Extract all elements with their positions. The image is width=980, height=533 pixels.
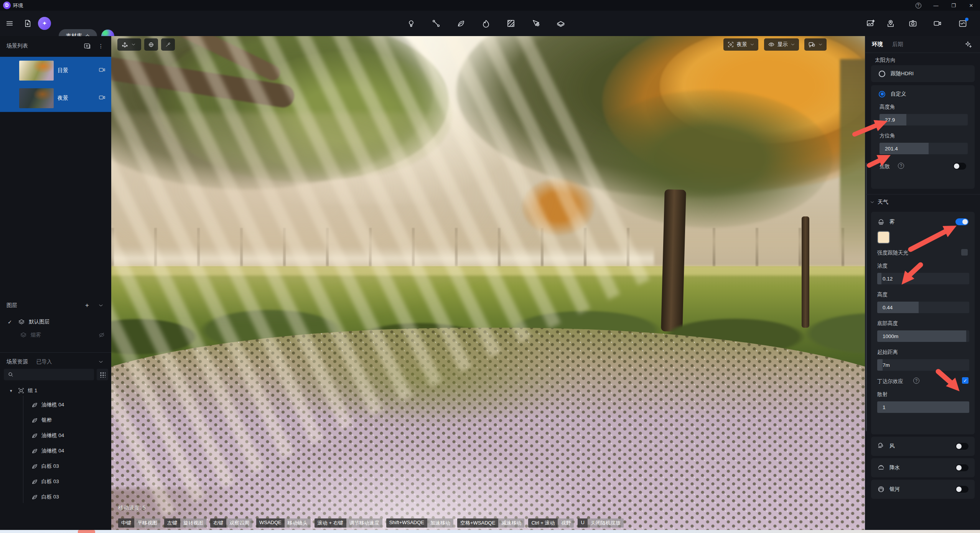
display-options-button[interactable]: 显示	[764, 38, 799, 51]
tab-post[interactable]: 后期	[892, 41, 903, 48]
scene-item-night[interactable]: 夜景	[0, 84, 111, 112]
ai-sparkle-icon[interactable]	[965, 41, 972, 48]
tree-item[interactable]: 白栎 03	[0, 489, 111, 505]
geo-location-icon[interactable]	[886, 18, 896, 28]
azimuth-slider[interactable]: 201.4	[880, 143, 968, 154]
radio-unselected-icon[interactable]	[879, 71, 885, 77]
pick-place-icon[interactable]	[531, 18, 541, 28]
custom-option[interactable]: 自定义	[871, 85, 975, 97]
search-input[interactable]	[4, 369, 94, 380]
resources-collapse-icon[interactable]	[97, 358, 105, 366]
scene-list-menu-icon[interactable]: ⋮	[97, 42, 105, 50]
tree-item[interactable]: 银桦	[0, 413, 111, 428]
density-slider[interactable]: 0.12	[877, 273, 969, 284]
shortcut-chip: Shift+WSADQE加速移动	[386, 518, 453, 528]
tree-item-label: 油橄榄 04	[41, 432, 64, 439]
tree-item[interactable]: 白栎 03	[0, 474, 111, 489]
radio-selected-icon[interactable]	[879, 91, 885, 97]
brush-button[interactable]	[161, 38, 175, 51]
window-title: 环境	[13, 2, 23, 9]
tab-environment[interactable]: 环境	[872, 41, 883, 48]
tree-item-label: 油橄榄 04	[41, 401, 64, 408]
tree-item[interactable]: 油橄榄 04	[0, 443, 111, 459]
start-distance-slider[interactable]: 7m	[877, 359, 969, 371]
add-scene-icon[interactable]	[83, 42, 91, 50]
asset-stack-icon[interactable]	[556, 18, 566, 28]
video-record-icon[interactable]	[932, 18, 942, 28]
imported-label[interactable]: 已导入	[36, 358, 52, 365]
fog-card: 雾 强度跟随天光 浓度 0.12 高度 0.44 底部高度 1000m	[871, 212, 975, 434]
scene-thumbnail-day	[19, 61, 54, 81]
resources-title: 场景资源	[7, 358, 28, 365]
light-tool-icon[interactable]	[406, 18, 416, 28]
ai-assistant-icon[interactable]: ✦	[38, 17, 51, 30]
density-label: 浓度	[877, 262, 975, 269]
gizmo-mode-button[interactable]	[117, 38, 141, 51]
scene-camera-selector[interactable]: 夜景	[723, 38, 758, 51]
vegetation-tool-icon[interactable]	[456, 18, 466, 28]
bottom-height-slider[interactable]: 1000m	[877, 330, 969, 342]
scene-camera-icon[interactable]	[98, 66, 106, 75]
scene-list-header: 场景列表 ⋮	[0, 39, 111, 53]
import-model-icon[interactable]	[23, 18, 33, 28]
maximize-button[interactable]: ❐	[945, 0, 962, 11]
help-button[interactable]: ?	[909, 0, 927, 11]
panel-scrollbar[interactable]	[866, 163, 867, 431]
help-icon[interactable]: ?	[913, 378, 919, 384]
main-toolbar: ✦ 素材库 ✧	[0, 11, 980, 36]
wind-toggle[interactable]	[955, 443, 968, 450]
screenshot-icon[interactable]	[908, 18, 918, 28]
tree-item[interactable]: 油橄榄 04	[0, 397, 111, 413]
galaxy-toggle[interactable]	[955, 486, 968, 493]
fire-tool-icon[interactable]	[481, 18, 491, 28]
scene-list-title: 场景列表	[7, 43, 28, 50]
scatter-slider[interactable]: 1	[877, 401, 969, 413]
fog-toggle[interactable]	[955, 218, 968, 225]
scene-item-day[interactable]: 日景	[0, 57, 111, 84]
leaf-icon	[31, 479, 38, 485]
intensity-follow-checkbox[interactable]	[961, 249, 968, 256]
fog-color-swatch[interactable]	[877, 231, 890, 244]
rain-icon	[877, 464, 885, 472]
start-distance-value: 7m	[883, 362, 890, 368]
tyndall-checkbox[interactable]: ✓	[962, 377, 968, 384]
fog-label: 雾	[889, 218, 895, 225]
material-tool-icon[interactable]	[506, 18, 516, 28]
path-tool-icon[interactable]	[431, 18, 441, 28]
layer-row-smoke[interactable]: 烟雾	[0, 328, 111, 342]
altitude-slider[interactable]: 27.9	[880, 114, 968, 125]
add-layer-icon[interactable]: +	[83, 301, 91, 310]
azimuth-label: 方位角	[880, 132, 975, 139]
close-button[interactable]: ✕	[962, 0, 980, 11]
app-logo-icon: D	[3, 2, 11, 9]
display-mode-button[interactable]	[804, 38, 827, 51]
caustics-toggle[interactable]	[953, 163, 966, 170]
weather-title: 天气	[878, 199, 888, 206]
follow-hdri-option[interactable]: 跟随HDRI	[871, 65, 975, 82]
menu-icon[interactable]	[5, 18, 15, 28]
minimize-button[interactable]: —	[927, 0, 945, 11]
rain-toggle[interactable]	[955, 464, 968, 471]
ai-image-icon[interactable]	[866, 18, 876, 28]
custom-label: 自定义	[891, 91, 906, 97]
help-icon[interactable]: ?	[898, 163, 904, 169]
eye-off-icon[interactable]	[98, 332, 105, 338]
tree-item[interactable]: 油橄榄 04	[0, 428, 111, 443]
chevron-down-icon	[818, 42, 823, 47]
weather-section-header[interactable]: 天气	[870, 199, 888, 206]
grid-view-button[interactable]	[97, 369, 108, 380]
render-queue-icon[interactable]	[958, 18, 968, 28]
layer-row-default[interactable]: ✓ 默认图层	[0, 315, 111, 328]
caret-down-icon[interactable]: ▾	[10, 388, 12, 393]
rain-card[interactable]: 降水	[871, 458, 975, 477]
tree-group-row[interactable]: ▾ 组 1	[0, 384, 111, 397]
galaxy-card[interactable]: 银河	[871, 480, 975, 499]
layers-collapse-icon[interactable]	[97, 301, 105, 310]
height-slider[interactable]: 0.44	[877, 302, 969, 313]
viewport-scene[interactable]: 夜景 显示 移动速度: 5 中键平移视图 左键旋转视图 右键观察四周 WSADQ…	[111, 36, 865, 533]
wind-card[interactable]: 风	[871, 437, 975, 456]
globe-button[interactable]	[144, 38, 158, 51]
display-label: 显示	[777, 41, 788, 48]
scene-camera-icon[interactable]	[98, 94, 106, 103]
tree-item[interactable]: 白栎 03	[0, 459, 111, 474]
